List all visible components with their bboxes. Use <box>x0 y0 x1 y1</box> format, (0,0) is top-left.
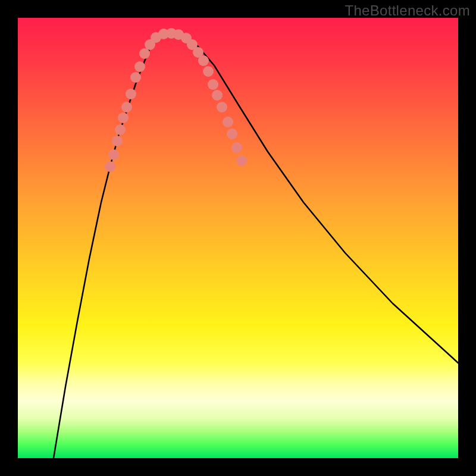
curve-marker <box>236 155 247 166</box>
plot-area <box>18 18 458 458</box>
curve-markers <box>105 28 247 172</box>
curve-marker <box>134 61 145 72</box>
curve-marker <box>108 149 119 160</box>
curve-marker <box>208 79 218 90</box>
curve-marker <box>139 48 150 59</box>
chart-frame: TheBottleneck.com <box>0 0 476 476</box>
curve-marker <box>203 66 214 77</box>
curve-marker <box>217 102 227 112</box>
curve-marker <box>198 55 209 66</box>
curve-marker <box>212 90 223 101</box>
chart-svg <box>18 18 458 458</box>
curve-marker <box>112 136 123 146</box>
curve-marker <box>223 117 233 127</box>
curve-marker <box>130 72 141 83</box>
curve-marker <box>118 112 129 123</box>
curve-marker <box>121 102 132 112</box>
watermark-text: TheBottleneck.com <box>345 2 470 19</box>
curve-marker <box>231 142 242 153</box>
bottleneck-curve <box>54 33 458 458</box>
curve-marker <box>227 129 237 139</box>
curve-marker <box>115 124 126 135</box>
curve-marker <box>105 161 115 172</box>
curve-marker <box>126 89 136 99</box>
